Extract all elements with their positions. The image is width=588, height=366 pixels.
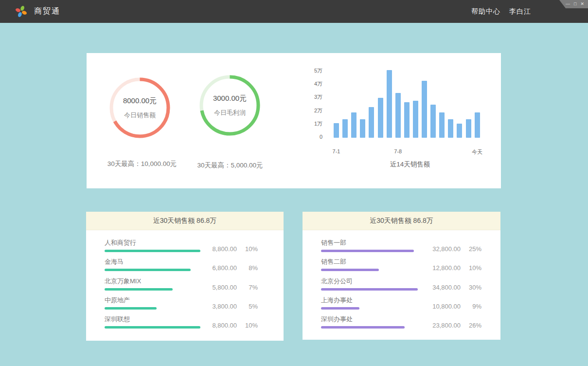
rank-row: 深圳办事处 23,800.00 26% bbox=[303, 315, 500, 334]
y-axis-tick: 2万 bbox=[293, 107, 322, 114]
bar-chart-y-axis: 01万2万3万4万5万 bbox=[293, 68, 322, 141]
rank-row-bar bbox=[105, 307, 157, 310]
bar-day-11 bbox=[422, 81, 427, 138]
y-axis-tick: 5万 bbox=[293, 67, 322, 74]
x-axis-tick: 7-1 bbox=[333, 148, 340, 154]
rank-row-value: 8,800.00 bbox=[212, 322, 237, 329]
rank-row: 销售二部 12,800.00 10% bbox=[303, 258, 500, 276]
bar-day-4 bbox=[360, 119, 365, 138]
rank-row-value: 10,800.00 bbox=[432, 303, 461, 310]
customer-rank-list: 人和商贸行 8,800.00 10% 金海马 6,800.00 8% 北京万象M… bbox=[86, 230, 284, 341]
rank-row-percent: 26% bbox=[467, 322, 481, 329]
rank-row-bar bbox=[321, 288, 418, 291]
department-rank-title: 近30天销售额 86.8万 bbox=[303, 212, 500, 230]
rank-row: 北京万象MIX 5,800.00 7% bbox=[86, 277, 284, 296]
rank-row-percent: 7% bbox=[243, 284, 258, 291]
minimize-icon[interactable]: — bbox=[566, 0, 570, 8]
bar-day-2 bbox=[342, 119, 348, 138]
bar-day-9 bbox=[404, 102, 410, 138]
rank-row-value: 8,800.00 bbox=[212, 245, 237, 253]
rank-row-bar bbox=[105, 326, 200, 329]
x-axis-tick: 7-8 bbox=[394, 148, 402, 154]
rank-row-numbers: 3,800.00 5% bbox=[212, 303, 258, 310]
bar-day-14 bbox=[448, 119, 453, 138]
rank-row-percent: 30% bbox=[467, 284, 481, 291]
bar-day-6 bbox=[378, 98, 383, 138]
rank-row-bar bbox=[321, 250, 414, 252]
rank-row-value: 12,800.00 bbox=[432, 264, 461, 272]
rank-row: 上海办事处 10,800.00 9% bbox=[303, 296, 500, 315]
rank-row-bar bbox=[105, 250, 200, 252]
rank-row-percent: 10% bbox=[243, 322, 258, 329]
donut-center-text: 3000.00元 今日毛利润 bbox=[199, 75, 260, 136]
bar-day-3 bbox=[351, 112, 356, 138]
rank-row-numbers: 8,800.00 10% bbox=[212, 322, 258, 329]
title-bar: 商贸通 帮助中心 李白江 — □ ✕ bbox=[0, 0, 588, 23]
bar-day-17 bbox=[475, 112, 480, 138]
close-icon[interactable]: ✕ bbox=[580, 0, 584, 8]
bar-chart-title: 近14天销售额 bbox=[361, 160, 459, 169]
rank-row: 人和商贸行 8,800.00 10% bbox=[86, 239, 284, 257]
rank-row: 销售一部 32,800.00 25% bbox=[303, 239, 500, 257]
today-profit-donut: 3000.00元 今日毛利润 bbox=[199, 75, 260, 136]
rank-row-value: 23,800.00 bbox=[432, 322, 461, 329]
rank-row-numbers: 5,800.00 7% bbox=[212, 284, 258, 291]
rank-row-numbers: 8,800.00 10% bbox=[212, 245, 258, 253]
rank-row-numbers: 23,800.00 26% bbox=[432, 322, 481, 329]
y-axis-tick: 0 bbox=[293, 133, 322, 140]
rank-row-percent: 9% bbox=[467, 303, 481, 310]
bar-day-16 bbox=[466, 119, 471, 138]
topbar-nav: 帮助中心 李白江 bbox=[471, 0, 531, 23]
today-profit-label: 今日毛利润 bbox=[214, 109, 246, 117]
profit-30d-max: 30天最高：5,000.00元 bbox=[177, 161, 284, 170]
rank-row-bar bbox=[105, 269, 191, 271]
rank-row-percent: 5% bbox=[243, 303, 258, 310]
x-axis-tick: 今天 bbox=[472, 148, 482, 156]
today-sales-donut: 8000.00元 今日销售额 bbox=[109, 77, 170, 138]
bar-day-13 bbox=[439, 112, 445, 138]
rank-row-percent: 8% bbox=[243, 264, 258, 272]
rank-row: 中原地产 3,800.00 5% bbox=[86, 296, 284, 315]
today-overview-card: 8000.00元 今日销售额 30天最高：10,000.00元 3000.00元… bbox=[87, 53, 501, 188]
rank-row-numbers: 10,800.00 9% bbox=[432, 303, 481, 310]
bar-day-15 bbox=[457, 124, 462, 138]
rank-row-numbers: 12,800.00 10% bbox=[432, 264, 481, 272]
rank-row: 北京分公司 34,800.00 30% bbox=[303, 277, 500, 296]
bar-day-12 bbox=[430, 105, 436, 138]
maximize-icon[interactable]: □ bbox=[574, 0, 576, 8]
customer-rank-title: 近30天销售额 86.8万 bbox=[86, 212, 284, 230]
today-sales-value: 8000.00元 bbox=[123, 96, 157, 106]
bar-day-5 bbox=[369, 107, 374, 138]
donut-center-text: 8000.00元 今日销售额 bbox=[109, 77, 170, 138]
bar-day-1 bbox=[334, 123, 339, 138]
customer-sales-rank-card: 近30天销售额 86.8万 人和商贸行 8,800.00 10% 金海马 6,8… bbox=[86, 212, 284, 341]
sales-14d-bar-chart bbox=[334, 68, 484, 138]
rank-row: 深圳联想 8,800.00 10% bbox=[86, 315, 284, 334]
bar-day-7 bbox=[387, 70, 392, 138]
rank-row-value: 5,800.00 bbox=[212, 284, 237, 291]
rank-row-numbers: 32,800.00 25% bbox=[432, 245, 481, 253]
rank-row-percent: 10% bbox=[467, 264, 481, 272]
bar-day-10 bbox=[413, 101, 418, 138]
rank-row-value: 32,800.00 bbox=[432, 245, 461, 253]
app-title: 商贸通 bbox=[34, 6, 60, 17]
app-logo-pinwheel-icon bbox=[15, 5, 28, 18]
window-controls: — □ ✕ bbox=[559, 0, 588, 8]
help-center-link[interactable]: 帮助中心 bbox=[471, 7, 500, 16]
department-rank-list: 销售一部 32,800.00 25% 销售二部 12,800.00 10% 北京… bbox=[303, 230, 500, 340]
rank-row-value: 34,800.00 bbox=[432, 284, 461, 291]
rank-row-bar bbox=[321, 269, 379, 271]
rank-row-value: 3,800.00 bbox=[212, 303, 237, 310]
rank-row: 金海马 6,800.00 8% bbox=[86, 258, 284, 276]
y-axis-tick: 1万 bbox=[293, 120, 322, 127]
rank-row-value: 6,800.00 bbox=[212, 264, 237, 272]
rank-row-numbers: 6,800.00 8% bbox=[212, 264, 258, 272]
brand: 商贸通 bbox=[15, 5, 60, 18]
rank-row-bar bbox=[105, 288, 173, 291]
rank-row-numbers: 34,800.00 30% bbox=[432, 284, 481, 291]
rank-row-bar bbox=[321, 326, 405, 329]
rank-row-percent: 10% bbox=[243, 245, 258, 253]
bar-day-8 bbox=[395, 93, 401, 138]
user-menu[interactable]: 李白江 bbox=[509, 7, 531, 16]
y-axis-tick: 4万 bbox=[293, 80, 322, 87]
